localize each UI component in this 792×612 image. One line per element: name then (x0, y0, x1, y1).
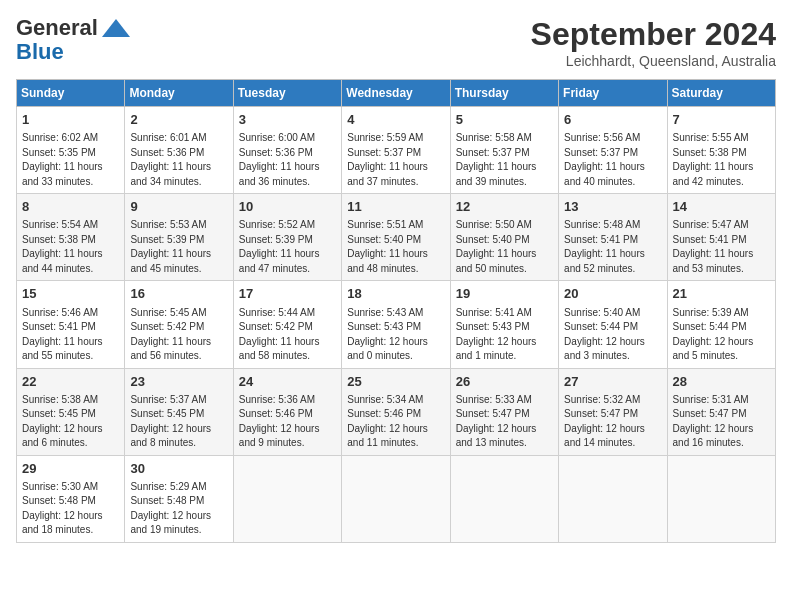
calendar-day-cell: 17Sunrise: 5:44 AMSunset: 5:42 PMDayligh… (233, 281, 341, 368)
day-number: 4 (347, 111, 444, 129)
calendar-day-cell: 25Sunrise: 5:34 AMSunset: 5:46 PMDayligh… (342, 368, 450, 455)
day-of-week-header: Saturday (667, 80, 775, 107)
calendar-day-cell: 29Sunrise: 5:30 AMSunset: 5:48 PMDayligh… (17, 455, 125, 542)
day-number: 18 (347, 285, 444, 303)
day-number: 2 (130, 111, 227, 129)
day-number: 11 (347, 198, 444, 216)
day-info: Sunrise: 5:36 AMSunset: 5:46 PMDaylight:… (239, 393, 336, 451)
logo-blue-text: Blue (16, 39, 64, 64)
calendar-day-cell: 23Sunrise: 5:37 AMSunset: 5:45 PMDayligh… (125, 368, 233, 455)
day-info: Sunrise: 5:48 AMSunset: 5:41 PMDaylight:… (564, 218, 661, 276)
calendar-day-cell: 10Sunrise: 5:52 AMSunset: 5:39 PMDayligh… (233, 194, 341, 281)
day-info: Sunrise: 5:54 AMSunset: 5:38 PMDaylight:… (22, 218, 119, 276)
day-number: 29 (22, 460, 119, 478)
day-number: 5 (456, 111, 553, 129)
day-number: 21 (673, 285, 770, 303)
calendar-week-row: 22Sunrise: 5:38 AMSunset: 5:45 PMDayligh… (17, 368, 776, 455)
calendar-day-cell (667, 455, 775, 542)
day-info: Sunrise: 5:41 AMSunset: 5:43 PMDaylight:… (456, 306, 553, 364)
day-info: Sunrise: 5:53 AMSunset: 5:39 PMDaylight:… (130, 218, 227, 276)
calendar-day-cell: 12Sunrise: 5:50 AMSunset: 5:40 PMDayligh… (450, 194, 558, 281)
calendar-day-cell: 9Sunrise: 5:53 AMSunset: 5:39 PMDaylight… (125, 194, 233, 281)
day-info: Sunrise: 5:33 AMSunset: 5:47 PMDaylight:… (456, 393, 553, 451)
month-title: September 2024 (531, 16, 776, 53)
calendar-day-cell (559, 455, 667, 542)
calendar-day-cell: 13Sunrise: 5:48 AMSunset: 5:41 PMDayligh… (559, 194, 667, 281)
day-info: Sunrise: 5:56 AMSunset: 5:37 PMDaylight:… (564, 131, 661, 189)
calendar-day-cell: 19Sunrise: 5:41 AMSunset: 5:43 PMDayligh… (450, 281, 558, 368)
calendar-day-cell: 11Sunrise: 5:51 AMSunset: 5:40 PMDayligh… (342, 194, 450, 281)
day-of-week-header: Thursday (450, 80, 558, 107)
day-info: Sunrise: 5:50 AMSunset: 5:40 PMDaylight:… (456, 218, 553, 276)
calendar-day-cell (233, 455, 341, 542)
day-number: 19 (456, 285, 553, 303)
calendar-day-cell: 22Sunrise: 5:38 AMSunset: 5:45 PMDayligh… (17, 368, 125, 455)
day-of-week-header: Wednesday (342, 80, 450, 107)
day-number: 20 (564, 285, 661, 303)
calendar-day-cell: 18Sunrise: 5:43 AMSunset: 5:43 PMDayligh… (342, 281, 450, 368)
title-section: September 2024 Leichhardt, Queensland, A… (531, 16, 776, 69)
day-info: Sunrise: 5:37 AMSunset: 5:45 PMDaylight:… (130, 393, 227, 451)
day-number: 23 (130, 373, 227, 391)
day-info: Sunrise: 5:45 AMSunset: 5:42 PMDaylight:… (130, 306, 227, 364)
day-number: 26 (456, 373, 553, 391)
day-number: 15 (22, 285, 119, 303)
calendar-week-row: 15Sunrise: 5:46 AMSunset: 5:41 PMDayligh… (17, 281, 776, 368)
calendar-day-cell: 1Sunrise: 6:02 AMSunset: 5:35 PMDaylight… (17, 107, 125, 194)
calendar-day-cell: 28Sunrise: 5:31 AMSunset: 5:47 PMDayligh… (667, 368, 775, 455)
day-number: 3 (239, 111, 336, 129)
calendar-day-cell (342, 455, 450, 542)
day-info: Sunrise: 5:55 AMSunset: 5:38 PMDaylight:… (673, 131, 770, 189)
calendar-header-row: SundayMondayTuesdayWednesdayThursdayFrid… (17, 80, 776, 107)
calendar-week-row: 8Sunrise: 5:54 AMSunset: 5:38 PMDaylight… (17, 194, 776, 281)
day-info: Sunrise: 6:00 AMSunset: 5:36 PMDaylight:… (239, 131, 336, 189)
day-number: 16 (130, 285, 227, 303)
day-info: Sunrise: 5:51 AMSunset: 5:40 PMDaylight:… (347, 218, 444, 276)
day-number: 9 (130, 198, 227, 216)
day-number: 13 (564, 198, 661, 216)
calendar-day-cell: 27Sunrise: 5:32 AMSunset: 5:47 PMDayligh… (559, 368, 667, 455)
calendar-day-cell: 14Sunrise: 5:47 AMSunset: 5:41 PMDayligh… (667, 194, 775, 281)
day-info: Sunrise: 5:39 AMSunset: 5:44 PMDaylight:… (673, 306, 770, 364)
day-number: 8 (22, 198, 119, 216)
day-info: Sunrise: 5:38 AMSunset: 5:45 PMDaylight:… (22, 393, 119, 451)
day-number: 27 (564, 373, 661, 391)
day-info: Sunrise: 5:40 AMSunset: 5:44 PMDaylight:… (564, 306, 661, 364)
logo-icon (102, 19, 130, 37)
calendar-day-cell: 30Sunrise: 5:29 AMSunset: 5:48 PMDayligh… (125, 455, 233, 542)
calendar-day-cell: 15Sunrise: 5:46 AMSunset: 5:41 PMDayligh… (17, 281, 125, 368)
calendar-day-cell: 20Sunrise: 5:40 AMSunset: 5:44 PMDayligh… (559, 281, 667, 368)
day-number: 12 (456, 198, 553, 216)
day-info: Sunrise: 5:47 AMSunset: 5:41 PMDaylight:… (673, 218, 770, 276)
page-header: General Blue September 2024 Leichhardt, … (16, 16, 776, 69)
day-of-week-header: Friday (559, 80, 667, 107)
calendar-day-cell: 26Sunrise: 5:33 AMSunset: 5:47 PMDayligh… (450, 368, 558, 455)
calendar-day-cell: 3Sunrise: 6:00 AMSunset: 5:36 PMDaylight… (233, 107, 341, 194)
day-info: Sunrise: 5:30 AMSunset: 5:48 PMDaylight:… (22, 480, 119, 538)
calendar-table: SundayMondayTuesdayWednesdayThursdayFrid… (16, 79, 776, 543)
calendar-day-cell (450, 455, 558, 542)
day-info: Sunrise: 5:29 AMSunset: 5:48 PMDaylight:… (130, 480, 227, 538)
day-number: 6 (564, 111, 661, 129)
day-info: Sunrise: 5:32 AMSunset: 5:47 PMDaylight:… (564, 393, 661, 451)
day-info: Sunrise: 5:46 AMSunset: 5:41 PMDaylight:… (22, 306, 119, 364)
day-of-week-header: Tuesday (233, 80, 341, 107)
calendar-week-row: 29Sunrise: 5:30 AMSunset: 5:48 PMDayligh… (17, 455, 776, 542)
day-number: 22 (22, 373, 119, 391)
day-number: 10 (239, 198, 336, 216)
day-info: Sunrise: 5:52 AMSunset: 5:39 PMDaylight:… (239, 218, 336, 276)
day-info: Sunrise: 5:31 AMSunset: 5:47 PMDaylight:… (673, 393, 770, 451)
calendar-day-cell: 5Sunrise: 5:58 AMSunset: 5:37 PMDaylight… (450, 107, 558, 194)
calendar-day-cell: 4Sunrise: 5:59 AMSunset: 5:37 PMDaylight… (342, 107, 450, 194)
day-number: 25 (347, 373, 444, 391)
svg-marker-0 (102, 19, 130, 37)
day-info: Sunrise: 5:58 AMSunset: 5:37 PMDaylight:… (456, 131, 553, 189)
day-of-week-header: Sunday (17, 80, 125, 107)
calendar-day-cell: 8Sunrise: 5:54 AMSunset: 5:38 PMDaylight… (17, 194, 125, 281)
logo-general-text: General (16, 15, 98, 40)
day-number: 14 (673, 198, 770, 216)
calendar-day-cell: 21Sunrise: 5:39 AMSunset: 5:44 PMDayligh… (667, 281, 775, 368)
calendar-day-cell: 16Sunrise: 5:45 AMSunset: 5:42 PMDayligh… (125, 281, 233, 368)
calendar-week-row: 1Sunrise: 6:02 AMSunset: 5:35 PMDaylight… (17, 107, 776, 194)
day-of-week-header: Monday (125, 80, 233, 107)
